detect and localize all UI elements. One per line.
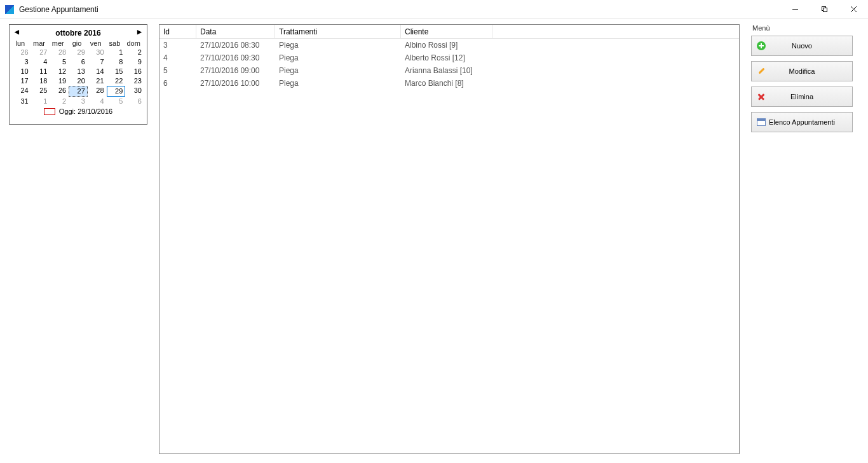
col-header-cli[interactable]: Cliente [401,25,492,38]
elenco-button[interactable]: Elenco Appuntamenti [751,112,853,132]
calendar-day[interactable]: 5 [107,97,126,106]
side-menu: Menù Nuovo Modifica Elimina Elenco Appun… [751,24,859,454]
calendar-day[interactable]: 22 [107,76,126,86]
table-row[interactable]: 627/10/2016 10:00PiegaMarco Bianchi [8] [159,77,739,90]
calendar: ◀ ottobre 2016 ▶ lunmarmergiovensabdom 2… [9,24,147,125]
cell-empty [492,39,739,52]
calendar-day[interactable]: 9 [125,57,144,67]
calendar-title: ottobre 2016 [55,29,100,38]
calendar-day[interactable]: 26 [12,48,31,57]
cell-id: 5 [159,64,196,77]
calendar-day[interactable]: 10 [12,67,31,76]
calendar-day[interactable]: 23 [125,76,144,86]
calendar-day[interactable]: 20 [69,76,88,86]
calendar-header: ◀ ottobre 2016 ▶ [12,27,144,39]
calendar-day[interactable]: 14 [88,67,107,76]
today-indicator-icon [44,108,55,115]
cell-id: 4 [159,52,196,64]
window-title: Gestione Appuntamenti [19,5,780,14]
minimize-button[interactable] [780,0,810,19]
table-row[interactable]: 427/10/2016 09:30PiegaAlberto Rossi [12] [159,52,739,64]
calendar-day[interactable]: 7 [88,57,107,67]
cell-data: 27/10/2016 09:00 [196,64,275,77]
calendar-day[interactable]: 28 [50,48,69,57]
calendar-day[interactable]: 3 [69,97,88,106]
calendar-day[interactable]: 24 [12,86,31,97]
plus-icon [756,41,767,50]
calendar-day[interactable]: 30 [88,48,107,57]
pencil-icon [756,67,767,76]
close-button[interactable] [839,0,868,19]
table-row[interactable]: 327/10/2016 08:30PiegaAlbino Rossi [9] [159,39,739,52]
calendar-day[interactable]: 5 [50,57,69,67]
nuovo-button[interactable]: Nuovo [751,36,853,56]
calendar-day[interactable]: 11 [31,67,50,76]
calendar-day[interactable]: 4 [88,97,107,106]
calendar-prev-button[interactable]: ◀ [15,29,19,35]
calendar-footer[interactable]: Oggi: 29/10/2016 [12,107,144,115]
cell-empty [492,77,739,90]
elimina-label: Elimina [767,93,848,100]
app-icon [5,5,14,14]
calendar-day[interactable]: 12 [50,67,69,76]
calendar-dow: sab [107,39,126,48]
calendar-day[interactable]: 25 [31,86,50,97]
col-header-data[interactable]: Data [196,25,275,38]
calendar-icon [756,118,767,126]
calendar-day[interactable]: 18 [31,76,50,86]
titlebar: Gestione Appuntamenti [0,0,868,19]
calendar-dow: mar [31,39,50,48]
col-header-id[interactable]: Id [159,25,196,38]
cell-trat: Piega [275,64,401,77]
cell-data: 27/10/2016 10:00 [196,77,275,90]
elimina-button[interactable]: Elimina [751,86,853,107]
col-header-empty [492,25,739,38]
calendar-day[interactable]: 16 [125,67,144,76]
calendar-day[interactable]: 17 [12,76,31,86]
nuovo-label: Nuovo [767,42,848,50]
calendar-day[interactable]: 1 [31,97,50,106]
col-header-trat[interactable]: Trattamenti [275,25,401,38]
calendar-day[interactable]: 2 [50,97,69,106]
calendar-day[interactable]: 27 [31,48,50,57]
table-row[interactable]: 527/10/2016 09:00PiegaArianna Balassi [1… [159,64,739,77]
calendar-day[interactable]: 2 [125,48,144,57]
cell-data: 27/10/2016 08:30 [196,39,275,52]
calendar-day[interactable]: 6 [69,57,88,67]
cell-cli: Alberto Rossi [12] [401,52,492,64]
elenco-label: Elenco Appuntamenti [767,118,848,126]
maximize-button[interactable] [810,0,839,19]
cell-id: 3 [159,39,196,52]
cell-empty [492,64,739,77]
calendar-day[interactable]: 30 [125,86,144,97]
calendar-day[interactable]: 13 [69,67,88,76]
calendar-day[interactable]: 1 [107,48,126,57]
calendar-day[interactable]: 3 [12,57,31,67]
calendar-day[interactable]: 26 [50,86,69,97]
calendar-day[interactable]: 8 [107,57,126,67]
modifica-button[interactable]: Modifica [751,61,853,81]
calendar-day[interactable]: 29 [69,48,88,57]
calendar-day[interactable]: 4 [31,57,50,67]
calendar-day[interactable]: 21 [88,76,107,86]
calendar-day[interactable]: 29 [107,86,126,97]
menu-label: Menù [752,24,859,32]
calendar-next-button[interactable]: ▶ [137,29,142,35]
calendar-day[interactable]: 27 [69,86,88,97]
calendar-dow: lun [12,39,31,48]
cell-data: 27/10/2016 09:30 [196,52,275,64]
cell-empty [492,52,739,64]
list-header: Id Data Trattamenti Cliente [159,25,739,39]
calendar-dow: mer [50,39,69,48]
calendar-day[interactable]: 19 [50,76,69,86]
calendar-day[interactable]: 6 [125,97,144,106]
calendar-day[interactable]: 28 [88,86,107,97]
cell-cli: Marco Bianchi [8] [401,77,492,90]
calendar-day[interactable]: 15 [107,67,126,76]
calendar-day[interactable]: 31 [12,97,31,106]
calendar-dow: ven [88,39,107,48]
cell-cli: Arianna Balassi [10] [401,64,492,77]
cell-trat: Piega [275,39,401,52]
appointments-list: Id Data Trattamenti Cliente 327/10/2016 … [159,24,740,454]
calendar-dow: gio [69,39,88,48]
